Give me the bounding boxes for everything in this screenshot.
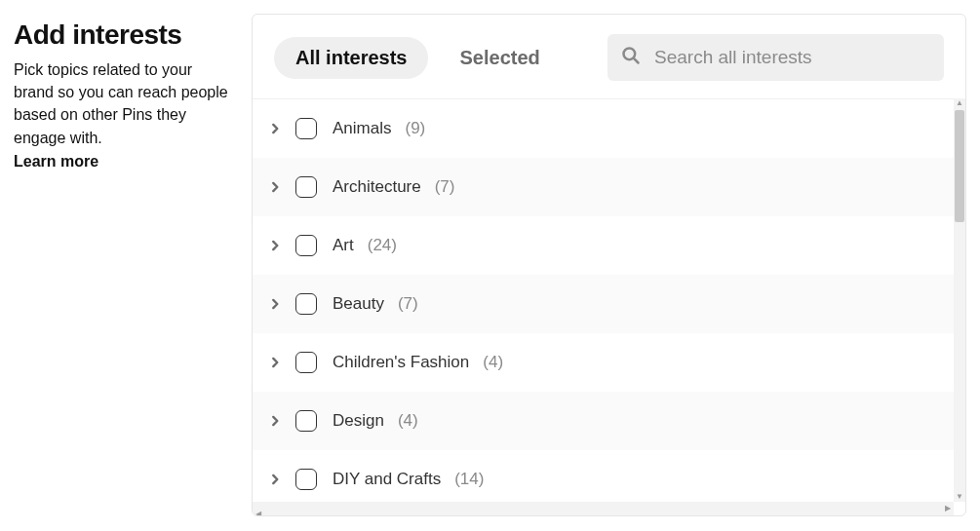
interest-checkbox[interactable] [295,469,317,490]
interest-row[interactable]: Art(24) [253,216,965,275]
chevron-right-icon[interactable] [264,473,286,486]
interest-checkbox[interactable] [295,235,317,256]
sidebar: Add interests Pick topics related to you… [14,14,228,171]
interest-checkbox[interactable] [295,410,317,432]
interests-panel: All interests Selected Animals(9)Archite… [252,14,966,516]
interest-label: DIY and Crafts [333,470,441,489]
search-icon [621,46,641,69]
interest-row[interactable]: Beauty(7) [253,275,965,333]
chevron-right-icon[interactable] [264,122,286,135]
interest-count: (24) [368,236,397,255]
search-input[interactable] [654,47,930,68]
vertical-scroll-thumb[interactable] [955,110,964,222]
horizontal-scrollbar[interactable]: ◀ ▶ [253,502,954,515]
interest-checkbox[interactable] [295,118,317,139]
tab-all-interests[interactable]: All interests [274,37,428,79]
interest-label: Beauty [333,294,384,314]
interest-count: (4) [398,411,418,431]
panel-header: All interests Selected [253,15,965,98]
scroll-left-arrow-icon[interactable]: ◀ [253,502,264,515]
chevron-right-icon[interactable] [264,356,286,369]
interest-label: Art [333,236,354,255]
learn-more-link[interactable]: Learn more [14,153,98,170]
interest-label: Children's Fashion [333,353,469,372]
interest-checkbox[interactable] [295,293,317,315]
interest-row[interactable]: Children's Fashion(4) [253,333,965,392]
interest-row[interactable]: Design(4) [253,392,965,450]
page-description: Pick topics related to your brand so you… [14,58,228,149]
interest-label: Design [333,411,384,431]
interest-count: (4) [483,353,503,372]
chevron-right-icon[interactable] [264,414,286,428]
interest-row[interactable]: Architecture(7) [253,158,965,216]
chevron-right-icon[interactable] [264,297,286,311]
interest-checkbox[interactable] [295,352,317,373]
interest-row[interactable]: Animals(9) [253,99,965,158]
svg-line-1 [634,58,639,63]
scroll-down-arrow-icon[interactable]: ▼ [954,492,965,502]
interest-row[interactable]: DIY and Crafts(14) [253,450,965,502]
interest-label: Architecture [333,177,421,197]
scroll-up-arrow-icon[interactable]: ▲ [954,98,965,108]
interest-label: Animals [333,119,391,138]
scroll-right-arrow-icon[interactable]: ▶ [942,502,954,515]
interest-count: (7) [435,177,455,197]
tab-selected[interactable]: Selected [438,37,561,79]
interest-checkbox[interactable] [295,176,317,198]
chevron-right-icon[interactable] [264,180,286,194]
search-field[interactable] [608,34,944,81]
interest-count: (7) [398,294,418,314]
interest-count: (9) [405,119,425,138]
page-title: Add interests [14,19,228,51]
chevron-right-icon[interactable] [264,239,286,252]
interest-count: (14) [454,470,484,489]
interests-list[interactable]: Animals(9)Architecture(7)Art(24)Beauty(7… [253,99,965,502]
vertical-scrollbar[interactable]: ▲ ▼ [954,98,965,502]
tabs: All interests Selected [274,37,562,79]
